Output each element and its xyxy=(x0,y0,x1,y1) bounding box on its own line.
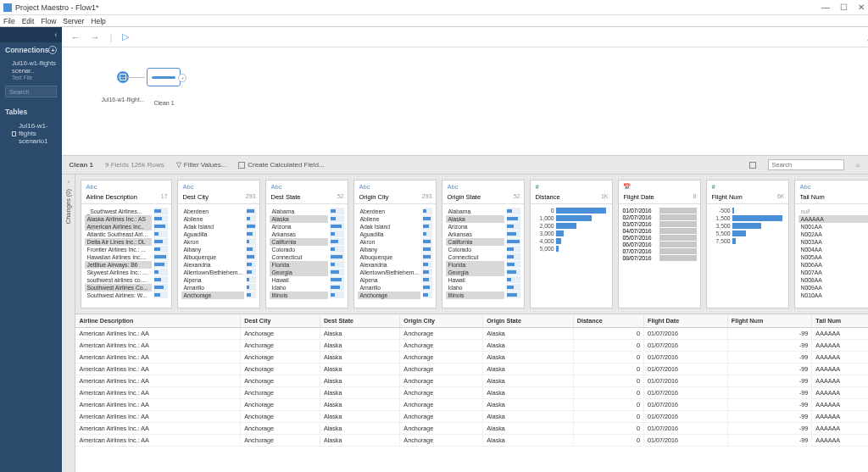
field-value[interactable]: Skywest Airlines Inc.: ... xyxy=(85,269,152,276)
histogram-bar[interactable]: 5,500 xyxy=(712,230,783,236)
menu-file[interactable]: File xyxy=(3,17,15,25)
field-value[interactable]: Anchorage xyxy=(181,292,244,299)
field-value[interactable]: Albany xyxy=(358,246,420,253)
field-value[interactable]: Anchorage xyxy=(358,292,420,299)
field-type-icon[interactable]: Abc xyxy=(799,183,868,191)
field-value[interactable]: Arkansas xyxy=(270,230,328,238)
field-value[interactable]: Adak Island xyxy=(358,223,420,230)
column-header[interactable]: Flight Date xyxy=(644,314,728,328)
add-connection-button[interactable]: + xyxy=(48,46,57,54)
menu-edit[interactable]: Edit xyxy=(22,17,35,25)
filter-values-button[interactable]: ▽Filter Values... xyxy=(176,161,227,169)
field-value[interactable]: Aberdeen xyxy=(181,208,244,215)
field-value[interactable]: Adak Island xyxy=(181,223,244,230)
changes-pane-collapsed[interactable]: › Changes (0) xyxy=(62,175,75,472)
date-value[interactable]: 08/07/2016 xyxy=(622,255,697,261)
field-value[interactable]: Idaho xyxy=(446,284,504,292)
table-row[interactable]: American Airlines Inc.: AAAnchorageAlask… xyxy=(75,411,868,423)
add-step-button[interactable]: + xyxy=(178,74,186,82)
close-button[interactable]: ✕ xyxy=(858,3,865,12)
field-value[interactable]: Alaska xyxy=(446,215,504,223)
field-value[interactable]: California xyxy=(446,238,504,246)
field-value[interactable]: N005AA xyxy=(798,253,868,261)
field-value[interactable]: Alaska xyxy=(270,215,328,223)
menu-help[interactable]: Help xyxy=(91,17,105,25)
minimize-button[interactable]: — xyxy=(821,3,830,12)
profile-card[interactable]: Abc Origin City293 AberdeenAbileneAdak I… xyxy=(353,180,437,308)
field-value[interactable]: JetBlue Airways: B6 xyxy=(85,261,152,269)
field-value[interactable]: Alpena xyxy=(181,276,244,284)
column-header[interactable]: Distance xyxy=(573,314,643,328)
table-row[interactable]: American Airlines Inc.: AAAnchorageAlask… xyxy=(75,423,868,435)
field-value[interactable]: N006AA xyxy=(798,261,868,269)
field-value[interactable]: Alexandria xyxy=(358,261,420,269)
profile-card[interactable]: Abc Airline Description17 _Southwest Air… xyxy=(81,180,172,308)
field-value[interactable]: _Southwest Airlines... xyxy=(85,208,152,215)
search-icon[interactable]: ⌕ xyxy=(856,161,860,169)
field-value[interactable]: N007AA xyxy=(798,269,868,276)
field-value[interactable]: Albany xyxy=(181,246,244,253)
field-value[interactable]: Georgia xyxy=(270,269,328,276)
field-value[interactable]: Amarillo xyxy=(358,284,420,292)
field-value[interactable]: southwest airlines co.... xyxy=(85,276,152,284)
table-row[interactable]: American Airlines Inc.: AAAnchorageAlask… xyxy=(75,435,868,447)
column-header[interactable]: Tail Num xyxy=(812,314,868,328)
date-value[interactable]: 06/07/2016 xyxy=(622,242,697,247)
field-value[interactable]: Hawaii xyxy=(446,276,504,284)
field-value[interactable]: American Airlines Inc.. xyxy=(85,223,152,230)
field-value[interactable]: Illinois xyxy=(446,292,504,299)
date-value[interactable]: 04/07/2016 xyxy=(622,228,697,234)
field-value[interactable]: Alaska Airlines Inc.: AS xyxy=(85,215,152,223)
histogram-bar[interactable]: 0 xyxy=(536,208,607,214)
histogram-bar[interactable]: 4,000 xyxy=(536,238,607,244)
sidebar-collapse[interactable]: ‹ xyxy=(0,27,62,42)
field-value[interactable]: Allentown/Bethlehem... xyxy=(358,269,420,276)
table-row[interactable]: American Airlines Inc.: AAAnchorageAlask… xyxy=(75,352,868,364)
create-calc-button[interactable]: Create Calculated Field... xyxy=(238,161,324,169)
data-grid[interactable]: Airline DescriptionDest CityDest StateOr… xyxy=(75,314,868,472)
field-value[interactable]: Albuquerque xyxy=(181,253,244,261)
field-value[interactable]: Alexandria xyxy=(181,261,244,269)
profile-card[interactable]: Abc Dest City293 AberdeenAbileneAdak Isl… xyxy=(177,180,260,308)
field-value[interactable]: Colorado xyxy=(446,246,504,253)
field-value[interactable]: Abilene xyxy=(358,215,420,223)
histogram-bar[interactable]: 2,000 xyxy=(536,223,607,229)
date-value[interactable]: 03/07/2016 xyxy=(622,221,697,227)
redo-button[interactable]: → xyxy=(90,32,99,42)
histogram-bar[interactable]: 3,000 xyxy=(536,230,607,236)
field-value[interactable]: Alabama xyxy=(446,208,504,215)
field-value[interactable]: Abilene xyxy=(181,215,244,223)
field-value[interactable]: N010AA xyxy=(798,292,868,299)
field-value[interactable]: Akron xyxy=(358,238,420,246)
date-value[interactable]: 02/07/2016 xyxy=(622,214,697,220)
field-value[interactable]: Colorado xyxy=(270,246,328,253)
sidebar-search-input[interactable] xyxy=(5,86,57,97)
field-value[interactable]: Akron xyxy=(181,238,244,246)
field-value[interactable]: null xyxy=(798,208,868,215)
connection-item[interactable]: Jul16-w1-flights scenar.. Text File xyxy=(0,58,62,82)
field-type-icon[interactable]: Abc xyxy=(182,183,255,191)
menu-server[interactable]: Server xyxy=(63,17,84,25)
field-value[interactable]: Georgia xyxy=(446,269,504,276)
profile-card[interactable]: Abc Origin State52 AlabamaAlaskaArizonaA… xyxy=(442,180,525,308)
field-value[interactable]: N008AA xyxy=(798,276,868,284)
field-value[interactable]: California xyxy=(270,238,328,246)
histogram-bar[interactable]: 7,500 xyxy=(712,238,783,244)
profile-card[interactable]: # Distance1K 01,0002,0003,0004,0005,000 xyxy=(530,180,613,308)
field-value[interactable]: N003AA xyxy=(798,238,868,246)
field-type-icon[interactable]: Abc xyxy=(86,183,167,191)
profile-search-input[interactable] xyxy=(768,159,844,170)
histogram-bar[interactable]: -500 xyxy=(712,208,783,214)
field-value[interactable]: Hawaii xyxy=(270,276,328,284)
table-row[interactable]: American Airlines Inc.: AAAnchorageAlask… xyxy=(75,340,868,352)
date-value[interactable]: 05/07/2016 xyxy=(622,235,697,241)
clean-node[interactable]: + Clean 1 xyxy=(147,68,181,106)
field-value[interactable]: Aberdeen xyxy=(358,208,420,215)
field-value[interactable]: Atlantic Southeast Airl... xyxy=(85,230,152,238)
maximize-button[interactable]: ☐ xyxy=(840,3,848,12)
menu-flow[interactable]: Flow xyxy=(41,17,56,25)
table-row[interactable]: American Airlines Inc.: AAAnchorageAlask… xyxy=(75,328,868,340)
field-value[interactable]: Amarillo xyxy=(181,284,244,292)
table-row[interactable]: American Airlines Inc.: AAAnchorageAlask… xyxy=(75,399,868,411)
column-header[interactable]: Dest City xyxy=(241,314,320,328)
